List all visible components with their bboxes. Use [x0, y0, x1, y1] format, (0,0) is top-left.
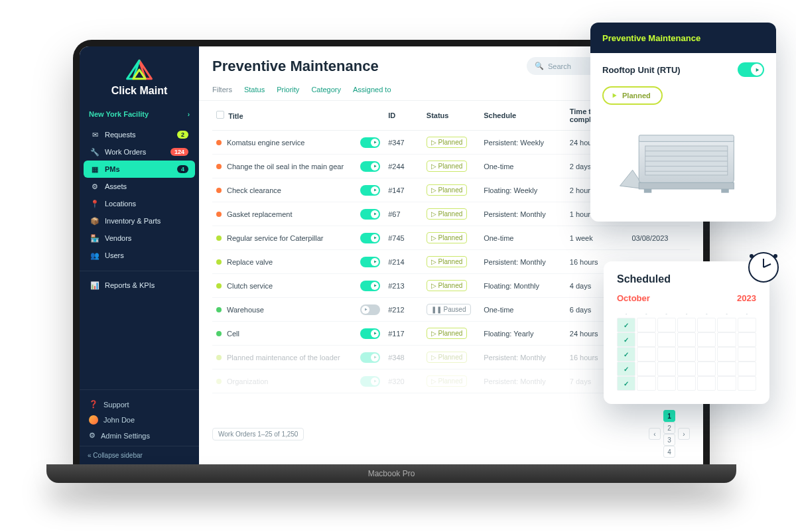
admin-settings-link[interactable]: ⚙Admin Settings: [88, 428, 191, 443]
cal-day[interactable]: [677, 318, 696, 332]
filter-assigned[interactable]: Assigned to: [353, 86, 391, 94]
nav-requests[interactable]: ✉Requests2: [84, 126, 195, 143]
row-toggle[interactable]: [360, 328, 380, 339]
cal-day[interactable]: [738, 318, 756, 332]
row-id: #117: [384, 322, 423, 346]
cal-day[interactable]: [657, 318, 676, 332]
box-icon: 📦: [90, 216, 100, 226]
cal-day[interactable]: [717, 332, 736, 347]
current-user[interactable]: John Doe: [88, 412, 191, 428]
row-schedule: Persistent: Monthly: [480, 202, 566, 226]
cal-day[interactable]: [657, 347, 676, 362]
cal-day[interactable]: ✓: [617, 362, 635, 376]
cal-day[interactable]: [657, 376, 676, 391]
cal-day[interactable]: [637, 332, 655, 347]
row-id: #212: [384, 298, 423, 322]
store-icon: 🏪: [90, 233, 100, 243]
cal-day[interactable]: [717, 318, 736, 332]
cal-day[interactable]: ✓: [617, 332, 635, 347]
cal-day[interactable]: [697, 318, 716, 332]
cal-day[interactable]: [677, 362, 696, 376]
row-toggle[interactable]: [360, 137, 380, 148]
row-date: 03/08/2023: [628, 226, 690, 250]
priority-dot: [216, 164, 222, 169]
status-chip[interactable]: Planned: [602, 86, 663, 105]
page-4[interactable]: 4: [663, 446, 675, 458]
cal-day[interactable]: [717, 376, 736, 391]
nav-pms[interactable]: ▦PMs4: [84, 161, 195, 178]
cal-day[interactable]: [738, 332, 756, 347]
col-id[interactable]: ID: [384, 101, 423, 131]
col-title[interactable]: Title: [228, 112, 243, 120]
row-status: ▷ Planned: [427, 328, 467, 339]
cal-day[interactable]: [637, 362, 655, 376]
filter-status[interactable]: Status: [244, 86, 265, 94]
row-toggle[interactable]: [360, 352, 380, 363]
cal-day[interactable]: [657, 362, 676, 376]
col-schedule[interactable]: Schedule: [480, 101, 566, 131]
page-1[interactable]: 1: [663, 410, 675, 422]
nav-vendors[interactable]: 🏪Vendors: [84, 230, 195, 247]
row-id: #147: [384, 178, 423, 202]
collapse-label: Collapse sidebar: [93, 452, 143, 459]
facility-selector[interactable]: New York Facility ›: [80, 103, 199, 123]
cal-day[interactable]: [677, 332, 696, 347]
cal-day[interactable]: [637, 318, 655, 332]
nav-workorders[interactable]: 🔧Work Orders124: [84, 143, 195, 161]
cal-day[interactable]: [697, 376, 716, 391]
cal-day[interactable]: [697, 332, 716, 347]
table-row[interactable]: Regular service for Caterpillar#745▷ Pla…: [212, 226, 690, 250]
page-2[interactable]: 2: [663, 422, 675, 434]
cal-day[interactable]: [677, 376, 696, 391]
row-status: ▷ Planned: [427, 232, 467, 243]
cal-day[interactable]: [637, 376, 655, 391]
cal-day[interactable]: [697, 347, 716, 362]
cal-day[interactable]: ✓: [617, 347, 635, 362]
row-title: Check clearance: [227, 186, 281, 194]
month-selector[interactable]: October 2023: [617, 293, 756, 303]
nav-users[interactable]: 👥Users: [84, 247, 195, 264]
row-toggle[interactable]: [360, 281, 380, 291]
wrench-icon: 🔧: [90, 147, 100, 157]
row-toggle[interactable]: [360, 233, 380, 243]
cal-day[interactable]: [697, 362, 716, 376]
cal-day[interactable]: [717, 347, 736, 362]
nav-assets[interactable]: ⚙Assets: [84, 178, 195, 195]
cal-day[interactable]: ✓: [617, 318, 635, 332]
page-3[interactable]: 3: [663, 434, 675, 446]
col-status[interactable]: Status: [423, 101, 480, 131]
cal-day[interactable]: [738, 362, 756, 376]
page-next[interactable]: ›: [678, 428, 690, 440]
cal-day[interactable]: [738, 376, 756, 391]
row-toggle[interactable]: [360, 185, 380, 196]
cal-day[interactable]: [738, 347, 756, 362]
cal-day[interactable]: [677, 347, 696, 362]
row-toggle[interactable]: [360, 376, 380, 387]
nav-list: ✉Requests2 🔧Work Orders124 ▦PMs4 ⚙Assets…: [80, 123, 199, 267]
cal-day[interactable]: [657, 332, 676, 347]
nav-locations[interactable]: 📍Locations: [84, 195, 195, 212]
row-toggle[interactable]: [360, 161, 380, 172]
filter-category[interactable]: Category: [311, 86, 341, 94]
nav-reports[interactable]: 📊Reports & KPIs: [84, 277, 195, 294]
nav-inventory[interactable]: 📦Inventory & Parts: [84, 212, 195, 230]
row-title: Organization: [227, 377, 268, 385]
asset-icon: ⚙: [90, 182, 100, 191]
filter-priority[interactable]: Priority: [277, 86, 299, 94]
user-name: John Doe: [103, 416, 135, 424]
inbox-icon: ✉: [90, 130, 100, 139]
page-prev[interactable]: ‹: [649, 428, 661, 440]
row-toggle[interactable]: [360, 304, 380, 315]
collapse-sidebar[interactable]: « Collapse sidebar: [80, 446, 199, 464]
cal-day[interactable]: ✓: [617, 376, 635, 391]
nav-label: Requests: [105, 131, 135, 139]
pm-enable-toggle[interactable]: [738, 62, 764, 77]
row-schedule: One-time: [480, 298, 566, 322]
row-toggle[interactable]: [360, 209, 380, 220]
cal-day[interactable]: [637, 347, 655, 362]
cal-day[interactable]: [717, 362, 736, 376]
priority-dot: [216, 235, 222, 241]
support-link[interactable]: ❓Support: [88, 397, 191, 412]
row-toggle[interactable]: [360, 257, 380, 267]
select-all-checkbox[interactable]: [216, 111, 224, 119]
